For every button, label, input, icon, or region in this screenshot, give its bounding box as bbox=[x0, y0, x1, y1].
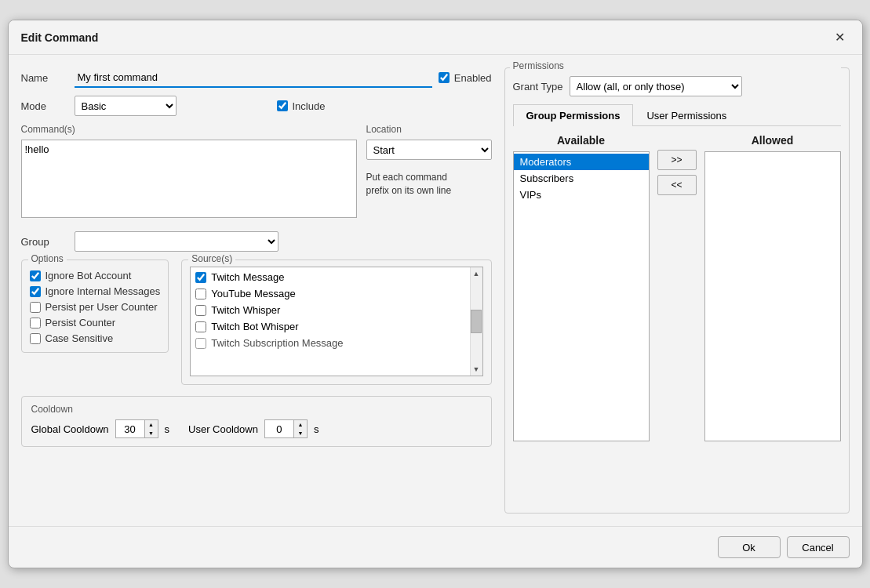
scroll-down-icon[interactable]: ▼ bbox=[471, 363, 482, 376]
source-twitch-whisper: Twitch Whisper bbox=[191, 302, 482, 318]
source-twitch-sub-label: Twitch Subscription Message bbox=[211, 337, 343, 349]
source-twitch-message-label: Twitch Message bbox=[211, 271, 284, 283]
user-cooldown-up[interactable]: ▲ bbox=[294, 420, 307, 429]
mode-row: Mode Basic Advanced Include bbox=[21, 96, 492, 116]
perm-moderators[interactable]: Moderators bbox=[514, 154, 649, 170]
source-twitch-message: Twitch Message bbox=[191, 269, 482, 285]
ignore-bot-checkbox[interactable] bbox=[30, 270, 41, 281]
tab-group-permissions[interactable]: Group Permissions bbox=[513, 104, 634, 126]
option-ignore-bot: Ignore Bot Account bbox=[30, 270, 161, 281]
permissions-title: Permissions bbox=[510, 60, 841, 71]
location-section: Location Start End Anywhere Put each com… bbox=[366, 124, 492, 198]
ignore-bot-label: Ignore Bot Account bbox=[46, 270, 132, 281]
perm-vips[interactable]: VIPs bbox=[514, 187, 649, 203]
global-cooldown-up[interactable]: ▲ bbox=[145, 420, 158, 429]
perm-arrows: >> << bbox=[657, 134, 697, 195]
sources-scrollbar[interactable]: ▲ ▼ bbox=[470, 267, 482, 376]
enabled-checkbox[interactable] bbox=[439, 72, 450, 83]
user-cooldown-unit: s bbox=[314, 423, 319, 435]
source-youtube-message-checkbox[interactable] bbox=[195, 289, 206, 299]
scroll-drag[interactable] bbox=[471, 310, 482, 333]
move-right-button[interactable]: >> bbox=[657, 150, 697, 170]
mode-label: Mode bbox=[21, 100, 68, 112]
grant-type-select[interactable]: Allow (all, or only those) Deny (all, or… bbox=[570, 76, 742, 96]
persist-counter-checkbox[interactable] bbox=[30, 318, 41, 328]
left-panel: Name Enabled Mode Basic Advanced Include bbox=[21, 67, 492, 514]
global-cooldown-label: Global Cooldown bbox=[31, 423, 109, 435]
location-select[interactable]: Start End Anywhere bbox=[366, 140, 492, 160]
location-hint-text: Put each commandprefix on its own line bbox=[366, 172, 452, 196]
sources-box: Source(s) Twitch Message YouTube Message bbox=[181, 260, 491, 385]
global-cooldown-unit: s bbox=[165, 423, 170, 435]
source-twitch-message-checkbox[interactable] bbox=[195, 272, 206, 283]
user-cooldown-arrows: ▲ ▼ bbox=[293, 420, 307, 437]
commands-wrapper: !hello bbox=[21, 140, 357, 220]
dialog-body: Name Enabled Mode Basic Advanced Include bbox=[9, 55, 862, 526]
name-label: Name bbox=[21, 72, 68, 84]
name-input[interactable] bbox=[75, 67, 432, 88]
global-cooldown-spinner: ▲ ▼ bbox=[115, 419, 158, 438]
options-title: Options bbox=[28, 253, 67, 264]
source-youtube-message-label: YouTube Message bbox=[211, 288, 295, 299]
user-cooldown-label: User Cooldown bbox=[188, 423, 258, 435]
persist-user-label: Persist per User Counter bbox=[46, 301, 158, 313]
source-twitch-bot-whisper: Twitch Bot Whisper bbox=[191, 318, 482, 335]
mode-select[interactable]: Basic Advanced bbox=[75, 96, 177, 116]
global-cooldown-down[interactable]: ▼ bbox=[145, 429, 158, 437]
available-title: Available bbox=[557, 134, 605, 147]
commands-textarea[interactable]: !hello bbox=[21, 140, 357, 218]
persist-user-checkbox[interactable] bbox=[30, 302, 41, 313]
scroll-up-icon[interactable]: ▲ bbox=[471, 267, 482, 280]
available-column: Available Moderators Subscribers VIPs bbox=[513, 134, 650, 441]
allowed-title: Allowed bbox=[752, 134, 794, 147]
name-row: Name Enabled bbox=[21, 67, 492, 88]
permissions-panel: Permissions Grant Type Allow (all, or on… bbox=[504, 67, 850, 514]
allowed-list bbox=[705, 152, 840, 155]
available-listbox[interactable]: Moderators Subscribers VIPs bbox=[513, 151, 650, 441]
ignore-internal-checkbox[interactable] bbox=[30, 286, 41, 297]
title-bar: Edit Command ✕ bbox=[9, 20, 862, 55]
case-sensitive-checkbox[interactable] bbox=[30, 333, 41, 344]
option-case-sensitive: Case Sensitive bbox=[30, 332, 161, 344]
permissions-tabs: Group Permissions User Permissions bbox=[513, 104, 841, 126]
edit-command-dialog: Edit Command ✕ Name Enabled Mode Basic A… bbox=[8, 20, 863, 568]
user-cooldown-value[interactable] bbox=[265, 420, 293, 437]
grant-type-row: Grant Type Allow (all, or only those) De… bbox=[513, 76, 841, 96]
grant-type-label: Grant Type bbox=[513, 81, 563, 93]
close-button[interactable]: ✕ bbox=[830, 28, 850, 46]
ok-button[interactable]: Ok bbox=[718, 536, 781, 558]
include-checkbox[interactable] bbox=[277, 100, 288, 111]
tab-user-permissions[interactable]: User Permissions bbox=[633, 104, 740, 126]
group-row: Group bbox=[21, 231, 492, 252]
dialog-footer: Ok Cancel bbox=[9, 526, 862, 568]
sources-title: Source(s) bbox=[188, 253, 235, 264]
persist-counter-label: Persist Counter bbox=[46, 317, 116, 328]
option-ignore-internal: Ignore Internal Messages bbox=[30, 285, 161, 297]
user-cooldown-spinner: ▲ ▼ bbox=[264, 419, 308, 438]
sources-list: Twitch Message YouTube Message Twitch Wh… bbox=[191, 267, 482, 353]
user-cooldown-down[interactable]: ▼ bbox=[294, 429, 307, 437]
source-twitch-sub-message: Twitch Subscription Message bbox=[191, 335, 379, 351]
cooldown-section: Cooldown Global Cooldown ▲ ▼ s User Cool… bbox=[21, 396, 492, 447]
source-twitch-bot-whisper-checkbox[interactable] bbox=[195, 321, 206, 332]
location-hint: Put each commandprefix on its own line bbox=[366, 171, 492, 198]
global-cooldown-arrows: ▲ ▼ bbox=[144, 420, 158, 437]
case-sensitive-label: Case Sensitive bbox=[46, 332, 114, 344]
option-persist-counter: Persist Counter bbox=[30, 317, 161, 328]
available-allowed-section: Available Moderators Subscribers VIPs >>… bbox=[513, 134, 841, 505]
source-twitch-whisper-checkbox[interactable] bbox=[195, 305, 206, 316]
allowed-listbox[interactable] bbox=[704, 151, 841, 441]
source-youtube-message: YouTube Message bbox=[191, 285, 482, 302]
commands-location-row: Command(s) !hello Location Start End Any… bbox=[21, 124, 492, 220]
cooldown-title: Cooldown bbox=[28, 404, 76, 415]
dialog-title: Edit Command bbox=[21, 31, 99, 44]
global-cooldown-value[interactable] bbox=[116, 420, 144, 437]
move-left-button[interactable]: << bbox=[657, 175, 697, 195]
cancel-button[interactable]: Cancel bbox=[787, 536, 850, 558]
group-select[interactable] bbox=[75, 231, 278, 252]
allowed-column: Allowed bbox=[704, 134, 841, 441]
perm-subscribers[interactable]: Subscribers bbox=[514, 170, 649, 187]
source-twitch-sub-checkbox[interactable] bbox=[195, 338, 206, 349]
enabled-checkbox-label: Enabled bbox=[439, 72, 492, 84]
enabled-label: Enabled bbox=[454, 72, 492, 84]
